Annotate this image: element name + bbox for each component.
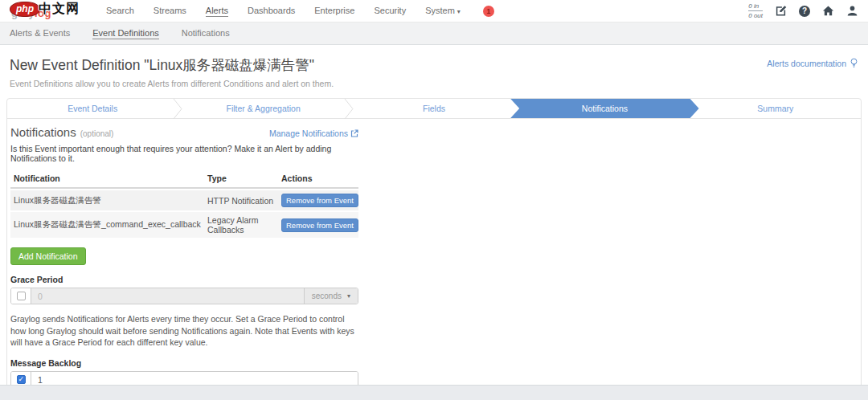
message-backlog-checkbox[interactable] xyxy=(17,375,26,384)
brand-area[interactable]: graylog php 中文网 xyxy=(10,0,104,22)
nav-item-search[interactable]: Search xyxy=(106,6,134,16)
top-right-controls: 0 in 0 out ? xyxy=(748,2,858,19)
subnav-alerts-events[interactable]: Alerts & Events xyxy=(10,28,70,39)
notification-name: Linux服务器磁盘满告警 xyxy=(10,195,207,206)
page-subtitle: Event Definitions allow you to create Al… xyxy=(10,79,334,88)
optional-label: (optional) xyxy=(80,129,114,138)
nav-item-system-dropdown[interactable]: System▾ xyxy=(425,6,461,16)
step-filter-aggregation[interactable]: Filter & Aggregation xyxy=(178,99,348,118)
throughput-out: 0 out xyxy=(748,12,763,19)
wizard-steps: Event Details Filter & Aggregation Field… xyxy=(7,99,861,119)
throughput-indicator: 0 in 0 out xyxy=(748,2,763,19)
notification-type: HTTP Notification xyxy=(207,196,281,206)
table-row: Linux服务器磁盘满告警_command_exec_callback Lega… xyxy=(10,212,358,238)
top-nav-links: Search Streams Alerts Dashboards Enterpr… xyxy=(106,6,494,17)
chevron-down-icon: ▾ xyxy=(347,292,350,300)
nav-item-security[interactable]: Security xyxy=(374,6,406,16)
remove-from-event-button[interactable]: Remove from Event xyxy=(281,194,358,207)
column-header-type: Type xyxy=(207,173,281,183)
sub-navbar: Alerts & Events Event Definitions Notifi… xyxy=(0,22,868,45)
alerts-documentation-link[interactable]: Alerts documentation xyxy=(767,55,858,68)
nav-item-alerts[interactable]: Alerts xyxy=(206,6,228,17)
notifications-intro: Is this Event important enough that requ… xyxy=(10,144,358,163)
event-definition-panel: Event Details Filter & Aggregation Field… xyxy=(6,98,862,400)
grace-period-checkbox-addon xyxy=(11,288,31,304)
subnav-notifications[interactable]: Notifications xyxy=(182,28,230,39)
step-event-details[interactable]: Event Details xyxy=(7,99,178,118)
message-backlog-label: Message Backlog xyxy=(10,358,358,368)
notifications-section-head: Notifications (optional) Manage Notifica… xyxy=(10,125,358,139)
table-header-row: Notification Type Actions xyxy=(10,170,358,189)
notification-name: Linux服务器磁盘满告警_command_exec_callback xyxy=(10,219,207,231)
page-bottom-strip xyxy=(0,385,868,400)
grace-period-unit-dropdown[interactable]: seconds▾ xyxy=(304,288,358,304)
chevron-down-icon: ▾ xyxy=(457,8,461,15)
watermark-text: 中文网 xyxy=(39,1,80,18)
php-badge-icon: php xyxy=(10,2,40,17)
column-header-actions: Actions xyxy=(281,173,358,183)
nav-item-streams[interactable]: Streams xyxy=(154,6,186,16)
grace-period-help: Graylog sends Notifications for Alerts e… xyxy=(10,313,358,349)
grace-period-checkbox[interactable] xyxy=(17,292,26,300)
nav-item-dashboards[interactable]: Dashboards xyxy=(248,6,295,16)
top-navbar: graylog php 中文网 Search Streams Alerts Da… xyxy=(0,0,868,22)
manage-notifications-link[interactable]: Manage Notifications xyxy=(269,129,358,138)
lightbulb-icon xyxy=(850,58,858,68)
notifications-form-column: Notifications (optional) Manage Notifica… xyxy=(10,125,358,400)
php-cn-watermark: php 中文网 xyxy=(10,1,80,18)
nav-item-enterprise[interactable]: Enterprise xyxy=(314,6,354,16)
home-icon[interactable] xyxy=(822,5,834,17)
step-content: Notifications (optional) Manage Notifica… xyxy=(7,119,861,400)
help-icon[interactable]: ? xyxy=(799,6,810,17)
page-title: New Event Definition "Linux服务器磁盘爆满告警" xyxy=(10,55,334,75)
notifications-heading: Notifications xyxy=(10,125,76,139)
table-row: Linux服务器磁盘满告警 HTTP Notification Remove f… xyxy=(10,190,358,210)
step-notifications-active[interactable]: Notifications xyxy=(510,99,698,118)
page-header-text: New Event Definition "Linux服务器磁盘爆满告警" Ev… xyxy=(10,55,334,88)
notification-count-badge[interactable]: 1 xyxy=(483,6,494,17)
add-notification-button[interactable]: Add Notification xyxy=(10,247,86,265)
column-header-notification: Notification xyxy=(10,173,207,183)
page-header: New Event Definition "Linux服务器磁盘爆满告警" Ev… xyxy=(0,45,868,96)
grace-period-input-group: seconds▾ xyxy=(10,288,358,304)
grace-period-label: Grace Period xyxy=(10,275,358,284)
step-fields[interactable]: Fields xyxy=(349,99,519,118)
compose-icon[interactable] xyxy=(775,5,787,17)
remove-from-event-button[interactable]: Remove from Event xyxy=(281,218,358,232)
user-icon[interactable] xyxy=(846,5,858,17)
throughput-in: 0 in xyxy=(748,2,763,11)
external-link-icon xyxy=(350,129,358,137)
notifications-table: Notification Type Actions Linux服务器磁盘满告警 … xyxy=(10,170,358,238)
step-separator-chevron-icon xyxy=(344,99,354,119)
step-summary[interactable]: Summary xyxy=(690,99,861,118)
grace-period-input[interactable] xyxy=(31,288,304,304)
notification-type: Legacy Alarm Callbacks xyxy=(207,215,281,235)
subnav-event-definitions[interactable]: Event Definitions xyxy=(92,28,159,39)
step-separator-chevron-icon xyxy=(173,99,182,119)
